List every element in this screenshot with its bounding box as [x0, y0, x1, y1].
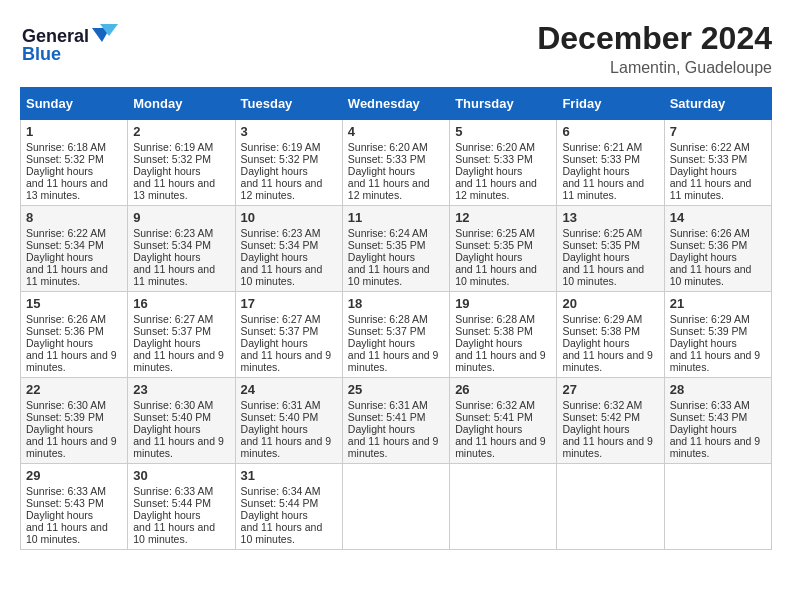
sunset-label: Sunset: 5:34 PM — [133, 239, 211, 251]
col-thursday: Thursday — [450, 88, 557, 120]
day-number: 6 — [562, 124, 658, 139]
day-number: 23 — [133, 382, 229, 397]
daylight-label: Daylight hours — [26, 165, 93, 177]
daylight-label: Daylight hours — [348, 251, 415, 263]
daylight-label: Daylight hours — [455, 423, 522, 435]
sunset-label: Sunset: 5:32 PM — [133, 153, 211, 165]
calendar-week-row: 1 Sunrise: 6:18 AM Sunset: 5:32 PM Dayli… — [21, 120, 772, 206]
sunset-label: Sunset: 5:35 PM — [455, 239, 533, 251]
daylight-label: Daylight hours — [26, 509, 93, 521]
daylight-value: and 11 hours and 9 minutes. — [455, 435, 546, 459]
sunrise-label: Sunrise: 6:20 AM — [348, 141, 428, 153]
day-number: 17 — [241, 296, 337, 311]
calendar-cell: 10 Sunrise: 6:23 AM Sunset: 5:34 PM Dayl… — [235, 206, 342, 292]
day-number: 10 — [241, 210, 337, 225]
daylight-value: and 11 hours and 9 minutes. — [133, 349, 224, 373]
sunset-label: Sunset: 5:33 PM — [348, 153, 426, 165]
daylight-label: Daylight hours — [348, 165, 415, 177]
sunset-label: Sunset: 5:41 PM — [348, 411, 426, 423]
sunrise-label: Sunrise: 6:24 AM — [348, 227, 428, 239]
day-number: 30 — [133, 468, 229, 483]
daylight-value: and 11 hours and 11 minutes. — [562, 177, 644, 201]
daylight-label: Daylight hours — [562, 251, 629, 263]
logo-icon: General Blue — [20, 20, 130, 65]
daylight-label: Daylight hours — [455, 337, 522, 349]
sunset-label: Sunset: 5:39 PM — [26, 411, 104, 423]
calendar-cell: 21 Sunrise: 6:29 AM Sunset: 5:39 PM Dayl… — [664, 292, 771, 378]
calendar-cell: 19 Sunrise: 6:28 AM Sunset: 5:38 PM Dayl… — [450, 292, 557, 378]
sunset-label: Sunset: 5:36 PM — [26, 325, 104, 337]
daylight-label: Daylight hours — [26, 251, 93, 263]
sunset-label: Sunset: 5:44 PM — [133, 497, 211, 509]
day-number: 26 — [455, 382, 551, 397]
sunset-label: Sunset: 5:37 PM — [348, 325, 426, 337]
calendar-table: Sunday Monday Tuesday Wednesday Thursday… — [20, 87, 772, 550]
calendar-cell: 11 Sunrise: 6:24 AM Sunset: 5:35 PM Dayl… — [342, 206, 449, 292]
calendar-cell: 6 Sunrise: 6:21 AM Sunset: 5:33 PM Dayli… — [557, 120, 664, 206]
day-number: 28 — [670, 382, 766, 397]
daylight-label: Daylight hours — [670, 337, 737, 349]
calendar-cell: 24 Sunrise: 6:31 AM Sunset: 5:40 PM Dayl… — [235, 378, 342, 464]
day-number: 25 — [348, 382, 444, 397]
calendar-cell — [664, 464, 771, 550]
daylight-value: and 11 hours and 9 minutes. — [26, 349, 117, 373]
daylight-label: Daylight hours — [133, 509, 200, 521]
calendar-cell: 22 Sunrise: 6:30 AM Sunset: 5:39 PM Dayl… — [21, 378, 128, 464]
calendar-cell: 20 Sunrise: 6:29 AM Sunset: 5:38 PM Dayl… — [557, 292, 664, 378]
sunrise-label: Sunrise: 6:20 AM — [455, 141, 535, 153]
location: Lamentin, Guadeloupe — [537, 59, 772, 77]
sunrise-label: Sunrise: 6:23 AM — [241, 227, 321, 239]
sunrise-label: Sunrise: 6:33 AM — [670, 399, 750, 411]
sunset-label: Sunset: 5:34 PM — [26, 239, 104, 251]
daylight-label: Daylight hours — [241, 509, 308, 521]
daylight-label: Daylight hours — [670, 165, 737, 177]
daylight-value: and 11 hours and 10 minutes. — [26, 521, 108, 545]
day-number: 2 — [133, 124, 229, 139]
sunrise-label: Sunrise: 6:18 AM — [26, 141, 106, 153]
sunrise-label: Sunrise: 6:31 AM — [241, 399, 321, 411]
sunset-label: Sunset: 5:37 PM — [133, 325, 211, 337]
day-number: 14 — [670, 210, 766, 225]
sunrise-label: Sunrise: 6:27 AM — [133, 313, 213, 325]
month-title: December 2024 — [537, 20, 772, 57]
daylight-value: and 11 hours and 13 minutes. — [26, 177, 108, 201]
daylight-label: Daylight hours — [241, 251, 308, 263]
day-number: 8 — [26, 210, 122, 225]
sunrise-label: Sunrise: 6:28 AM — [455, 313, 535, 325]
daylight-value: and 11 hours and 10 minutes. — [348, 263, 430, 287]
sunrise-label: Sunrise: 6:29 AM — [562, 313, 642, 325]
sunset-label: Sunset: 5:38 PM — [562, 325, 640, 337]
sunrise-label: Sunrise: 6:31 AM — [348, 399, 428, 411]
sunrise-label: Sunrise: 6:23 AM — [133, 227, 213, 239]
daylight-value: and 11 hours and 10 minutes. — [562, 263, 644, 287]
daylight-value: and 11 hours and 9 minutes. — [670, 349, 761, 373]
daylight-value: and 11 hours and 11 minutes. — [26, 263, 108, 287]
sunset-label: Sunset: 5:33 PM — [455, 153, 533, 165]
sunset-label: Sunset: 5:43 PM — [670, 411, 748, 423]
daylight-value: and 11 hours and 12 minutes. — [241, 177, 323, 201]
daylight-label: Daylight hours — [241, 337, 308, 349]
daylight-value: and 11 hours and 9 minutes. — [562, 349, 653, 373]
calendar-cell: 8 Sunrise: 6:22 AM Sunset: 5:34 PM Dayli… — [21, 206, 128, 292]
col-friday: Friday — [557, 88, 664, 120]
sunset-label: Sunset: 5:34 PM — [241, 239, 319, 251]
daylight-value: and 11 hours and 10 minutes. — [241, 521, 323, 545]
daylight-label: Daylight hours — [133, 337, 200, 349]
day-number: 22 — [26, 382, 122, 397]
daylight-label: Daylight hours — [455, 165, 522, 177]
calendar-cell: 29 Sunrise: 6:33 AM Sunset: 5:43 PM Dayl… — [21, 464, 128, 550]
day-number: 31 — [241, 468, 337, 483]
page-header: General Blue December 2024 Lamentin, Gua… — [20, 20, 772, 77]
sunset-label: Sunset: 5:33 PM — [670, 153, 748, 165]
day-number: 5 — [455, 124, 551, 139]
daylight-value: and 11 hours and 9 minutes. — [133, 435, 224, 459]
daylight-label: Daylight hours — [562, 165, 629, 177]
sunset-label: Sunset: 5:32 PM — [241, 153, 319, 165]
calendar-week-row: 22 Sunrise: 6:30 AM Sunset: 5:39 PM Dayl… — [21, 378, 772, 464]
calendar-cell: 9 Sunrise: 6:23 AM Sunset: 5:34 PM Dayli… — [128, 206, 235, 292]
col-monday: Monday — [128, 88, 235, 120]
daylight-label: Daylight hours — [26, 337, 93, 349]
logo: General Blue — [20, 20, 130, 65]
calendar-cell: 1 Sunrise: 6:18 AM Sunset: 5:32 PM Dayli… — [21, 120, 128, 206]
calendar-cell: 5 Sunrise: 6:20 AM Sunset: 5:33 PM Dayli… — [450, 120, 557, 206]
